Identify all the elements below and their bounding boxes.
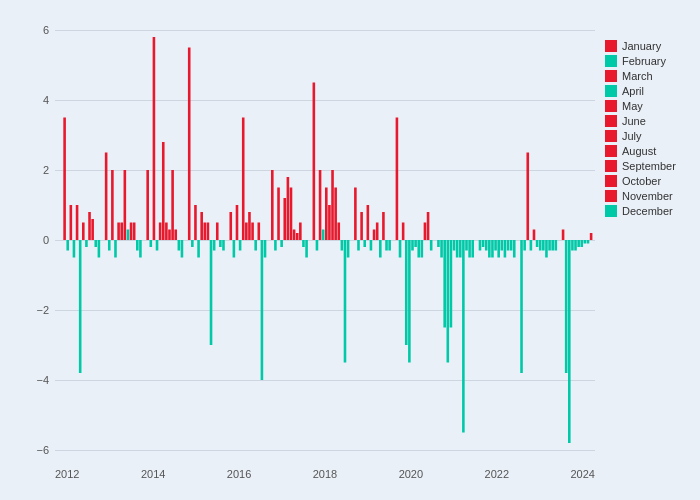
svg-rect-92 bbox=[379, 240, 382, 258]
svg-rect-37 bbox=[191, 240, 194, 247]
legend-label-june: June bbox=[622, 115, 646, 127]
svg-rect-18 bbox=[124, 170, 127, 240]
svg-rect-134 bbox=[526, 153, 529, 241]
legend-color-june bbox=[605, 115, 617, 127]
svg-rect-60 bbox=[271, 170, 274, 240]
svg-rect-100 bbox=[408, 240, 411, 363]
legend-color-march bbox=[605, 70, 617, 82]
x-label-2014: 2014 bbox=[141, 468, 165, 480]
svg-rect-152 bbox=[587, 240, 590, 244]
svg-rect-70 bbox=[302, 240, 305, 247]
legend-label-july: July bbox=[622, 130, 642, 142]
svg-rect-9 bbox=[91, 219, 94, 240]
svg-rect-2 bbox=[70, 205, 73, 240]
legend-color-july bbox=[605, 130, 617, 142]
svg-rect-123 bbox=[488, 240, 491, 258]
y-label-2: 2 bbox=[13, 164, 49, 176]
svg-rect-136 bbox=[533, 230, 536, 241]
svg-rect-19 bbox=[127, 230, 130, 241]
svg-rect-49 bbox=[233, 240, 236, 258]
svg-rect-68 bbox=[296, 233, 299, 240]
svg-rect-104 bbox=[421, 240, 424, 258]
svg-rect-128 bbox=[504, 240, 507, 258]
svg-rect-93 bbox=[382, 212, 385, 240]
grid-line-neg6 bbox=[55, 450, 595, 451]
legend-label-february: February bbox=[622, 55, 666, 67]
svg-rect-121 bbox=[482, 240, 485, 247]
svg-rect-48 bbox=[229, 212, 232, 240]
legend-item-april: April bbox=[605, 85, 690, 97]
legend-label-december: December bbox=[622, 205, 673, 217]
svg-rect-124 bbox=[491, 240, 494, 258]
svg-rect-29 bbox=[162, 142, 165, 240]
bars-chart bbox=[55, 30, 595, 450]
svg-rect-61 bbox=[274, 240, 277, 251]
svg-rect-112 bbox=[450, 240, 453, 328]
svg-rect-99 bbox=[405, 240, 408, 345]
y-label-6: 6 bbox=[13, 24, 49, 36]
svg-rect-78 bbox=[331, 170, 334, 240]
legend-item-march: March bbox=[605, 70, 690, 82]
svg-rect-41 bbox=[204, 223, 207, 241]
svg-rect-148 bbox=[574, 240, 577, 251]
svg-rect-76 bbox=[325, 188, 328, 241]
svg-rect-145 bbox=[565, 240, 568, 373]
svg-rect-73 bbox=[316, 240, 319, 251]
svg-rect-22 bbox=[136, 240, 139, 251]
svg-rect-79 bbox=[334, 188, 337, 241]
svg-rect-106 bbox=[427, 212, 430, 240]
svg-rect-118 bbox=[468, 240, 471, 258]
svg-rect-77 bbox=[328, 205, 331, 240]
svg-rect-130 bbox=[510, 240, 513, 251]
legend-item-june: June bbox=[605, 115, 690, 127]
svg-rect-140 bbox=[545, 240, 548, 258]
svg-rect-42 bbox=[207, 223, 210, 241]
svg-rect-74 bbox=[319, 170, 322, 240]
svg-rect-82 bbox=[344, 240, 347, 363]
legend-item-may: May bbox=[605, 100, 690, 112]
svg-rect-109 bbox=[440, 240, 443, 258]
svg-rect-23 bbox=[139, 240, 142, 258]
legend-item-january: January bbox=[605, 40, 690, 52]
svg-rect-67 bbox=[293, 230, 296, 241]
legend-color-january bbox=[605, 40, 617, 52]
svg-rect-10 bbox=[94, 240, 97, 247]
svg-rect-149 bbox=[577, 240, 580, 247]
x-label-2016: 2016 bbox=[227, 468, 251, 480]
svg-rect-71 bbox=[305, 240, 308, 258]
svg-rect-90 bbox=[373, 230, 376, 241]
x-label-2024: 2024 bbox=[570, 468, 594, 480]
svg-rect-120 bbox=[479, 240, 482, 251]
legend-item-november: November bbox=[605, 190, 690, 202]
svg-rect-28 bbox=[159, 223, 162, 241]
svg-rect-46 bbox=[219, 240, 222, 247]
svg-rect-34 bbox=[178, 240, 181, 251]
y-label-neg2: −2 bbox=[13, 304, 49, 316]
legend-label-october: October bbox=[622, 175, 661, 187]
svg-rect-33 bbox=[174, 230, 177, 241]
svg-rect-89 bbox=[370, 240, 373, 251]
svg-rect-111 bbox=[447, 240, 450, 363]
svg-rect-81 bbox=[341, 240, 344, 251]
legend-color-may bbox=[605, 100, 617, 112]
chart-container: 6 4 2 0 −2 −4 −6 bbox=[0, 0, 700, 500]
svg-rect-8 bbox=[88, 212, 91, 240]
legend-item-october: October bbox=[605, 175, 690, 187]
svg-rect-75 bbox=[322, 230, 325, 241]
svg-rect-45 bbox=[216, 223, 219, 241]
legend-color-november bbox=[605, 190, 617, 202]
svg-rect-141 bbox=[548, 240, 551, 251]
legend-color-september bbox=[605, 160, 617, 172]
svg-rect-139 bbox=[542, 240, 545, 251]
legend-label-january: January bbox=[622, 40, 661, 52]
svg-rect-85 bbox=[357, 240, 360, 251]
y-label-neg4: −4 bbox=[13, 374, 49, 386]
x-axis: 2012 2014 2016 2018 2020 2022 2024 bbox=[55, 468, 595, 480]
svg-rect-47 bbox=[222, 240, 225, 251]
svg-rect-153 bbox=[590, 233, 593, 240]
svg-rect-0 bbox=[63, 118, 66, 241]
x-label-2020: 2020 bbox=[399, 468, 423, 480]
svg-rect-116 bbox=[462, 240, 465, 433]
svg-rect-25 bbox=[150, 240, 153, 247]
legend-label-september: September bbox=[622, 160, 676, 172]
